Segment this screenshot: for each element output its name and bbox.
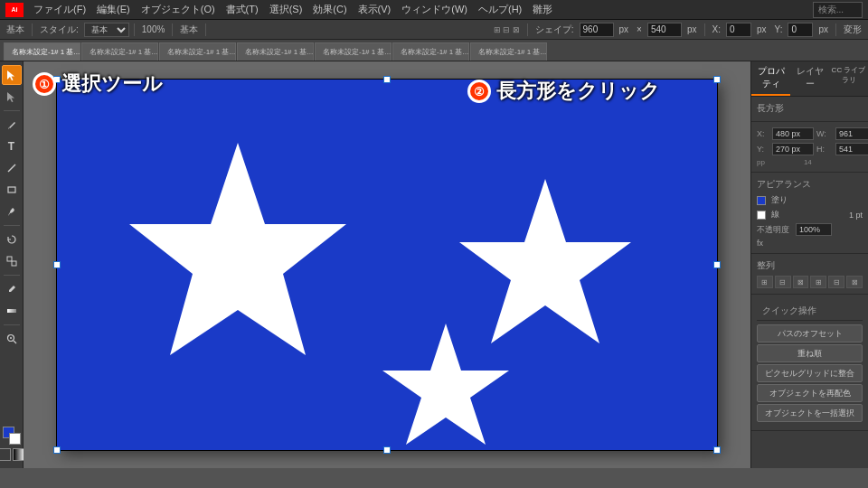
x-label: X:	[757, 129, 769, 138]
paintbrush-tool[interactable]	[2, 202, 22, 221]
separator	[32, 23, 33, 36]
align-right-btn[interactable]: ⊠	[793, 276, 809, 288]
align-icons-row: ⊞ ⊟ ⊠ ⊞ ⊟ ⊠	[757, 276, 863, 288]
menu-item-effect[interactable]: 効果(C)	[308, 1, 351, 18]
tab-2[interactable]: 名称未設定-1# 1 基...	[159, 42, 236, 61]
stroke-weight-value: 1 pt	[849, 211, 863, 220]
selection-tool[interactable]	[2, 65, 22, 85]
type-tool[interactable]: T	[2, 136, 22, 156]
align-center-btn[interactable]: ⊟	[775, 276, 791, 288]
fill-label: 塗り	[771, 194, 788, 206]
annotation-step1: ① 選択ツール	[33, 70, 163, 98]
star-large-left[interactable]	[129, 143, 346, 355]
menu-item-type[interactable]: 書式(T)	[222, 1, 263, 18]
appearance-title: アピアランス	[757, 178, 863, 191]
svg-rect-3	[12, 261, 16, 266]
menu-item-object[interactable]: オブジェクト(O)	[137, 1, 220, 18]
tab-4[interactable]: 名称未設定-1# 1 基...	[315, 42, 392, 61]
height-separator: ×	[634, 24, 645, 34]
quick-actions-section: クイック操作 パスのオフセット 重ね順 ピクセルグリッドに整合 オブジェクトを再…	[751, 295, 868, 431]
path-offset-btn[interactable]: パスのオフセット	[757, 324, 863, 343]
menu-item-window[interactable]: ウィンドウ(W)	[397, 1, 472, 18]
style-label: スタイル:	[37, 23, 81, 36]
select-same-btn[interactable]: オブジェクトを一括選択	[757, 404, 863, 422]
tab-0[interactable]: 名称未設定-1# 1 基...	[4, 42, 80, 61]
separator	[527, 23, 528, 36]
left-toolbar: T	[0, 61, 24, 468]
align-icons: ⊞ ⊟ ⊠	[491, 25, 523, 34]
canvas-area[interactable]: ① 選択ツール ② 長方形をクリック	[24, 61, 750, 468]
w-label: W:	[816, 129, 833, 138]
direct-selection-tool[interactable]	[2, 87, 22, 107]
opacity-input[interactable]	[796, 223, 832, 236]
opacity-label: 不透明度	[757, 224, 789, 236]
align-bottom-btn[interactable]: ⊠	[846, 276, 863, 288]
align-left-btn[interactable]: ⊞	[757, 276, 773, 288]
tab-3[interactable]: 名称未設定-1# 1 基...	[237, 42, 314, 61]
tab-5[interactable]: 名称未設定-1# 1 基...	[392, 42, 469, 61]
align-section: 整列 ⊞ ⊟ ⊠ ⊞ ⊟ ⊠	[751, 254, 868, 295]
line-tool[interactable]	[2, 158, 22, 178]
step1-text: 選択ツール	[61, 70, 163, 98]
tool-separator-4	[4, 324, 20, 325]
star-large-right[interactable]	[459, 179, 631, 343]
separator	[205, 23, 206, 36]
rotate-tool[interactable]	[2, 230, 22, 249]
h-value-input[interactable]	[835, 143, 868, 155]
style-dropdown[interactable]: 基本	[84, 23, 129, 37]
width-input[interactable]	[580, 23, 614, 37]
svg-line-6	[14, 341, 16, 343]
star-small-center[interactable]	[382, 324, 509, 445]
y-row: Y: H:	[757, 143, 863, 155]
none-fill-button[interactable]	[0, 448, 11, 461]
align-top-btn[interactable]: ⊞	[810, 276, 826, 288]
unit-row: pp 14	[757, 158, 863, 166]
tab-6[interactable]: 名称未設定-1# 1 基...	[470, 42, 547, 61]
svg-rect-1	[8, 187, 15, 192]
eyedropper-tool[interactable]	[2, 279, 22, 299]
tool-separator-2	[4, 225, 20, 226]
fill-stroke-swatches[interactable]	[3, 427, 21, 445]
tab-layers[interactable]: レイヤー	[790, 61, 829, 96]
step2-text: 長方形をクリック	[496, 78, 660, 105]
overlap-btn[interactable]: 重ね順	[757, 344, 863, 362]
menu-item-help[interactable]: ヘルプ(H)	[474, 1, 526, 18]
tab-properties[interactable]: プロパティ	[751, 61, 790, 96]
fx-row: fx	[757, 239, 863, 248]
separator	[172, 23, 173, 36]
tab-cc-libraries[interactable]: CC ライブラリ	[829, 61, 868, 96]
pixel-grid-btn[interactable]: ピクセルグリッドに整合	[757, 364, 863, 382]
menu-item-file[interactable]: ファイル(F)	[29, 1, 90, 18]
menu-item-select[interactable]: 選択(S)	[265, 1, 307, 18]
shape-label: シェイプ:	[533, 23, 577, 36]
toolbar-secondary: 基本 スタイル: 基本 100% 基本 ⊞ ⊟ ⊠ シェイプ: px × px …	[0, 20, 868, 40]
y-coord-input[interactable]	[788, 23, 813, 37]
stroke-checkbox[interactable]	[757, 211, 766, 220]
gradient-tool[interactable]	[2, 301, 22, 321]
pen-tool[interactable]	[2, 115, 22, 135]
x-value-input[interactable]	[772, 127, 814, 140]
tool-separator-3	[4, 275, 20, 276]
height-input[interactable]	[647, 23, 682, 37]
align-title: 整列	[757, 259, 863, 272]
x-coord-input[interactable]	[726, 23, 751, 37]
artboard[interactable]	[57, 80, 717, 450]
search-input-area[interactable]: 検索...	[813, 2, 863, 18]
stroke-label: 線	[771, 209, 779, 221]
menu-item-view[interactable]: 表示(V)	[354, 1, 396, 18]
y-value-input[interactable]	[772, 143, 814, 155]
svg-line-0	[8, 164, 15, 172]
rectangle-tool[interactable]	[2, 180, 22, 200]
px-unit-h: px	[684, 24, 700, 34]
menu-item-template[interactable]: 雛形	[528, 1, 557, 18]
y-coord-label: Y:	[772, 24, 786, 34]
fill-checkbox[interactable]	[757, 196, 766, 205]
rearrange-btn[interactable]: オブジェクトを再配色	[757, 384, 863, 402]
zoom-tool[interactable]	[2, 329, 22, 349]
scale-tool[interactable]	[2, 251, 22, 271]
menu-item-edit[interactable]: 編集(E)	[92, 1, 135, 18]
px-unit-x: px	[754, 24, 769, 34]
align-middle-btn[interactable]: ⊟	[828, 276, 844, 288]
w-value-input[interactable]	[835, 127, 868, 140]
tab-1[interactable]: 名称未設定-1# 1 基...	[81, 42, 158, 61]
